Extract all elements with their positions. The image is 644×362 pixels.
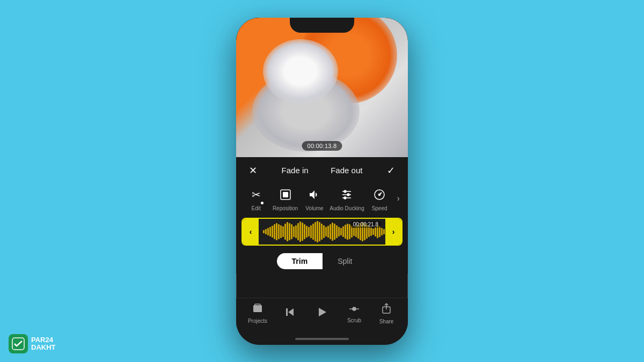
video-timestamp: 00:00:13.8 bbox=[302, 141, 342, 151]
nav-share[interactable]: Share bbox=[373, 302, 400, 324]
tool-audio-ducking[interactable]: Audio Ducking bbox=[330, 186, 364, 211]
play-icon bbox=[316, 306, 328, 321]
svg-rect-12 bbox=[286, 308, 288, 316]
watermark-line2: DAKHT bbox=[31, 344, 56, 351]
more-tools-icon[interactable]: › bbox=[394, 189, 401, 208]
fade-in-button[interactable]: Fade in bbox=[282, 166, 309, 175]
trim-split-row: Trim Split bbox=[236, 250, 408, 274]
nav-play[interactable] bbox=[309, 306, 335, 321]
fade-out-button[interactable]: Fade out bbox=[331, 166, 362, 175]
edit-icon: ✂ bbox=[247, 186, 265, 203]
svg-point-9 bbox=[379, 194, 380, 195]
watermark-line1: PAR24 bbox=[31, 336, 56, 344]
tool-reposition[interactable]: Reposition bbox=[272, 186, 299, 211]
svg-point-6 bbox=[347, 194, 349, 196]
controls-bar: ✕ Fade in Fade out ✓ bbox=[236, 157, 408, 182]
projects-icon bbox=[252, 303, 263, 316]
share-label: Share bbox=[379, 319, 394, 324]
audio-ducking-icon bbox=[338, 186, 355, 203]
svg-point-15 bbox=[353, 307, 356, 311]
projects-label: Projects bbox=[248, 318, 267, 324]
waveform-body: 00:00:21.8 bbox=[259, 219, 385, 245]
nav-skip-back[interactable] bbox=[276, 306, 303, 321]
tool-volume[interactable]: Volume bbox=[301, 186, 328, 211]
waveform-timestamp: 00:00:21.8 bbox=[350, 221, 381, 228]
nav-scrub[interactable]: Scrub bbox=[341, 304, 368, 323]
watermark-text: PAR24 DAKHT bbox=[31, 336, 56, 352]
reposition-label: Reposition bbox=[273, 205, 298, 211]
waveform-container: ‹ 00:00:21.8 › bbox=[241, 218, 402, 246]
confirm-button[interactable]: ✓ bbox=[385, 162, 397, 179]
tool-row: ✂ Edit Reposition Volume bbox=[236, 182, 408, 215]
watermark: PAR24 DAKHT bbox=[9, 334, 56, 353]
phone-mockup: 00:00:13.8 ✕ Fade in Fade out ✓ ✂ Edit bbox=[236, 18, 408, 345]
svg-point-7 bbox=[344, 197, 346, 199]
waveform-prev-button[interactable]: ‹ bbox=[243, 219, 259, 245]
svg-rect-1 bbox=[283, 192, 288, 197]
svg-rect-10 bbox=[253, 305, 262, 312]
nav-projects[interactable]: Projects bbox=[244, 303, 271, 324]
close-button[interactable]: ✕ bbox=[247, 162, 259, 179]
waveform-section: ‹ 00:00:21.8 › bbox=[236, 215, 408, 250]
volume-icon bbox=[306, 186, 323, 203]
scrub-label: Scrub bbox=[347, 317, 361, 323]
home-bar bbox=[295, 338, 349, 340]
edit-label: Edit bbox=[252, 205, 261, 211]
audio-ducking-label: Audio Ducking bbox=[330, 205, 364, 211]
video-preview: 00:00:13.8 bbox=[236, 18, 408, 157]
bottom-nav: Projects bbox=[236, 298, 408, 333]
phone-notch bbox=[290, 18, 354, 33]
tool-speed[interactable]: Speed bbox=[365, 186, 393, 211]
home-indicator bbox=[236, 333, 408, 345]
reposition-icon bbox=[277, 186, 294, 203]
waveform-next-button[interactable]: › bbox=[385, 219, 401, 245]
speed-icon bbox=[371, 186, 388, 203]
svg-marker-11 bbox=[288, 308, 294, 316]
tool-edit[interactable]: ✂ Edit bbox=[242, 186, 270, 211]
speed-label: Speed bbox=[372, 205, 387, 211]
video-shape-white bbox=[263, 39, 338, 104]
svg-marker-13 bbox=[319, 308, 326, 316]
phone-wrapper: 00:00:13.8 ✕ Fade in Fade out ✓ ✂ Edit bbox=[225, 15, 419, 348]
skip-back-icon bbox=[284, 306, 296, 321]
split-button[interactable]: Split bbox=[323, 253, 367, 269]
watermark-icon bbox=[9, 334, 28, 353]
volume-label: Volume bbox=[305, 205, 323, 211]
video-content bbox=[236, 18, 408, 157]
svg-point-5 bbox=[344, 190, 346, 193]
share-icon bbox=[381, 302, 392, 317]
trim-button[interactable]: Trim bbox=[277, 253, 323, 269]
scrub-icon bbox=[348, 304, 360, 316]
